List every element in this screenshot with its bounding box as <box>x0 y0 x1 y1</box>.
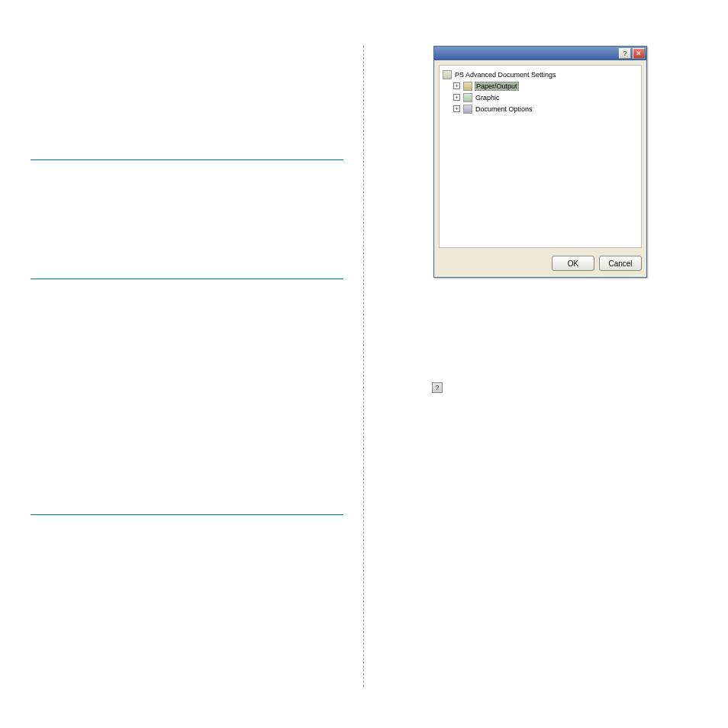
body-text: PPDs, in combination with the PostScript… <box>31 197 343 231</box>
settings-tree[interactable]: PS Advanced Document Settings + Paper/Ou… <box>443 69 638 114</box>
tree-item-document-options[interactable]: + Document Options <box>443 103 638 114</box>
chart-icon <box>463 93 472 102</box>
note-item: The following procedure is for Windows X… <box>43 460 343 483</box>
expand-icon[interactable]: + <box>453 105 460 112</box>
cancel-button[interactable]: Cancel <box>599 256 642 271</box>
question-icon: ? <box>432 382 443 393</box>
body-text: Your printer driver Properties window th… <box>31 355 343 378</box>
tree-item-label: Paper/Output <box>475 82 519 91</box>
paper-icon <box>463 82 472 91</box>
list-item: Paper/Output this option allows you to s… <box>396 288 697 300</box>
body-text: You can use the printer properties windo… <box>31 288 343 323</box>
item-term: Graphic <box>396 304 425 312</box>
dialog-body: PS Advanced Document Settings + Paper/Ou… <box>439 65 642 248</box>
section-title-advanced: Advanced <box>31 497 343 510</box>
body-text: This chapter includes: <box>31 236 343 247</box>
list-item: Graphic this option allows you to adjust… <box>396 302 697 325</box>
section-rule <box>31 159 343 160</box>
close-button[interactable]: ✕ <box>633 48 645 59</box>
section-title-using-help: Using Help <box>384 364 697 377</box>
tree-item-graphic[interactable]: + Graphic <box>443 92 638 103</box>
document-icon <box>443 70 452 79</box>
item-desc: this option allows you to adjust the pri… <box>396 304 678 324</box>
section-rule <box>31 279 343 279</box>
item-term: Paper/Output <box>396 290 444 298</box>
tree-item-label: Document Options <box>475 105 533 113</box>
body-text: You can use advanced settings by clickin… <box>31 524 343 536</box>
chapter-title: Advanced Printing <box>31 89 343 108</box>
column-divider <box>363 46 364 687</box>
left-column: 4 Advanced Printing Using Windows PostSc… <box>31 46 359 687</box>
notes-label: NOTES: <box>31 382 343 394</box>
document-page: 4 Advanced Printing Using Windows PostSc… <box>0 0 728 728</box>
item-term: Document Options <box>396 329 464 337</box>
body-text: If you want to use the PostScript driver… <box>31 169 343 192</box>
advanced-settings-dialog: ? ✕ PS Advanced Document Settings + Pape… <box>433 46 647 278</box>
tree-root[interactable]: PS Advanced Document Settings <box>443 69 638 80</box>
expand-icon[interactable]: + <box>453 82 460 89</box>
tree-item-paper-output[interactable]: + Paper/Output <box>443 80 638 92</box>
right-column: ? ✕ PS Advanced Document Settings + Pape… <box>369 46 697 687</box>
tree-item-label: Graphic <box>475 94 501 101</box>
item-desc: this option allows you to select the siz… <box>457 290 694 298</box>
section-rule <box>31 514 343 515</box>
help-button[interactable]: ? <box>619 48 631 59</box>
list-item: Document Options this option allows you … <box>396 327 697 350</box>
chapter-number: 4 <box>31 46 343 84</box>
tree-root-label: PS Advanced Document Settings <box>454 71 557 79</box>
help-text-after: from the upper right corner of the windo… <box>446 383 688 391</box>
note-item: The settings you change remain in effect… <box>43 435 343 458</box>
dialog-titlebar: ? ✕ <box>434 47 646 60</box>
section-title-windows-ps: Using Windows PostScript Driver <box>31 139 343 155</box>
expand-icon[interactable]: + <box>453 94 460 101</box>
section-title-printer-settings: Printer Settings <box>31 261 343 274</box>
body-text: The printer properties window may differ… <box>31 327 343 350</box>
note-item: Most Windows applications will override … <box>43 398 343 433</box>
dialog-footer: OK Cancel <box>434 253 646 277</box>
options-icon <box>463 105 472 114</box>
body-text: You can click ? from the upper right cor… <box>384 382 697 393</box>
ok-button[interactable]: OK <box>552 256 594 271</box>
help-text-before: You can click <box>384 383 428 391</box>
